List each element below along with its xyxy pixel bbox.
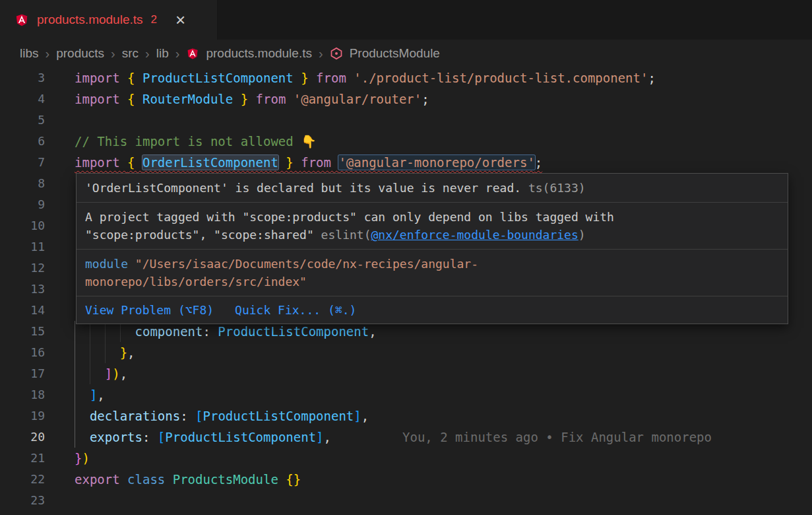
line-number-17: 17 xyxy=(0,363,45,384)
code-token xyxy=(75,345,120,360)
code-token: } xyxy=(120,345,127,360)
tab-problem-count: 2 xyxy=(151,13,157,26)
breadcrumb-item-libs[interactable]: libs xyxy=(20,46,39,61)
code-token: ProductListComponent xyxy=(218,324,369,339)
indent-guide xyxy=(75,321,75,342)
class-symbol-icon xyxy=(330,47,343,60)
code-token: : xyxy=(142,430,158,444)
line-number-4: 4 xyxy=(0,88,45,110)
breadcrumb-item-lib[interactable]: lib xyxy=(156,46,169,61)
line-number-12: 12 xyxy=(0,258,45,279)
code-token: { xyxy=(127,92,142,106)
tab-filename: products.module.ts xyxy=(37,13,143,27)
chevron-right-icon: › xyxy=(175,46,180,61)
code-token: ; xyxy=(648,71,655,85)
code-line-22[interactable]: export class ProductsModule {} xyxy=(75,469,812,490)
code-token: ] xyxy=(316,430,323,444)
code-line-17[interactable]: ]), xyxy=(75,363,812,384)
hover-ts-diagnostic: 'OrderListComponent' is declared but its… xyxy=(77,174,788,203)
code-line-16[interactable]: }, xyxy=(75,342,812,363)
code-token: } xyxy=(294,71,316,85)
module-path-line1: "/Users/isaac/Documents/code/nx-recipes/… xyxy=(128,257,478,271)
breadcrumb-item-src[interactable]: src xyxy=(122,46,139,61)
hover-actions: View Problem (⌥F8) Quick Fix... (⌘.) xyxy=(77,296,788,324)
code-token xyxy=(75,409,90,423)
code-line-19[interactable]: declarations: [ProductListComponent], xyxy=(75,405,812,427)
hover-popup: 'OrderListComponent' is declared but its… xyxy=(76,173,788,324)
line-number-18: 18 xyxy=(0,384,45,405)
chevron-right-icon: › xyxy=(319,46,323,61)
code-token: ProductsModule xyxy=(173,472,286,487)
eslint-source-prefix: eslint( xyxy=(314,228,371,242)
code-token: OrderListComponent xyxy=(142,155,278,170)
code-line-21[interactable]: }) xyxy=(75,448,812,469)
eslint-message-line2: "scope:products", "scope:shared" xyxy=(85,228,314,242)
indent-guide xyxy=(90,363,90,384)
chevron-right-icon: › xyxy=(46,46,50,61)
code-token: './product-list/product-list.component' xyxy=(354,71,648,85)
code-line-5[interactable] xyxy=(75,110,812,131)
code-line-3[interactable]: import { ProductListComponent } from './… xyxy=(75,67,812,88)
code-token: import xyxy=(75,71,127,85)
code-token: [ xyxy=(158,430,165,444)
code-token: declarations xyxy=(90,409,180,423)
line-number-5: 5 xyxy=(0,110,45,131)
code-token: ; xyxy=(422,92,429,106)
code-token: RouterModule xyxy=(142,92,233,106)
code-token: : xyxy=(180,409,195,423)
quick-fix-link[interactable]: Quick Fix... (⌘.) xyxy=(235,301,356,319)
breadcrumb-item-filename[interactable]: products.module.ts xyxy=(206,46,312,61)
indent-guide xyxy=(75,384,75,405)
line-number-20: 20 xyxy=(0,427,45,448)
breadcrumb-item-products[interactable]: products xyxy=(56,46,104,61)
code-token: '@angular/router' xyxy=(294,92,422,106)
editor: 34567891011121314151617181920212223 impo… xyxy=(0,67,812,515)
code-line-23[interactable] xyxy=(75,490,812,511)
line-number-8: 8 xyxy=(0,173,45,194)
code-line-4[interactable]: import { RouterModule } from '@angular/r… xyxy=(75,88,812,110)
code-line-20[interactable]: exports: [ProductListComponent],You, 2 m… xyxy=(75,427,812,448)
code-token: , xyxy=(324,430,331,444)
code-token: , xyxy=(120,366,127,381)
code-token: ] xyxy=(105,366,112,381)
code-token: } xyxy=(278,155,301,170)
close-icon[interactable]: × xyxy=(175,11,185,28)
line-number-9: 9 xyxy=(0,194,45,215)
line-number-11: 11 xyxy=(0,236,45,258)
hover-module-path: module "/Users/isaac/Documents/code/nx-r… xyxy=(77,250,788,296)
code-line-7[interactable]: import { OrderListComponent } from '@ang… xyxy=(75,152,812,173)
angular-icon xyxy=(15,12,29,28)
line-number-3: 3 xyxy=(0,67,45,88)
code-token: } xyxy=(75,451,82,465)
vscode-window: products.module.ts 2 × libs › products ›… xyxy=(0,0,812,515)
code-token: ; xyxy=(535,155,542,170)
line-number-14: 14 xyxy=(0,300,45,321)
indent-guide xyxy=(90,342,90,363)
indent-guide xyxy=(105,342,106,363)
line-number-23: 23 xyxy=(0,490,45,511)
view-problem-link[interactable]: View Problem (⌥F8) xyxy=(85,301,214,319)
code-token: from xyxy=(256,92,294,106)
breadcrumb-item-symbol[interactable]: ProductsModule xyxy=(350,46,440,61)
chevron-right-icon: › xyxy=(145,46,150,61)
code-token: : xyxy=(203,324,218,339)
line-number-16: 16 xyxy=(0,342,45,363)
line-number-19: 19 xyxy=(0,405,45,427)
code-token: , xyxy=(127,345,135,360)
code-token: ) xyxy=(112,366,119,381)
code-token: { xyxy=(127,71,142,85)
code-token: from xyxy=(316,71,354,85)
code-line-6[interactable]: // This import is not allowed 👇 xyxy=(75,131,812,152)
code-token: ] xyxy=(90,388,97,402)
code-token: 👇 xyxy=(301,134,317,149)
code-token: ) xyxy=(82,451,89,465)
indent-guide xyxy=(75,363,75,384)
angular-file-icon xyxy=(186,46,199,61)
indent-guide xyxy=(75,342,75,363)
code-token: from xyxy=(301,155,338,170)
line-number-15: 15 xyxy=(0,321,45,342)
code-line-18[interactable]: ], xyxy=(75,384,812,405)
git-blame-annotation: You, 2 minutes ago • Fix Angular monorep… xyxy=(402,430,712,444)
eslint-rule-link[interactable]: @nx/enforce-module-boundaries xyxy=(371,228,578,242)
tab-products-module[interactable]: products.module.ts 2 × xyxy=(0,0,218,40)
